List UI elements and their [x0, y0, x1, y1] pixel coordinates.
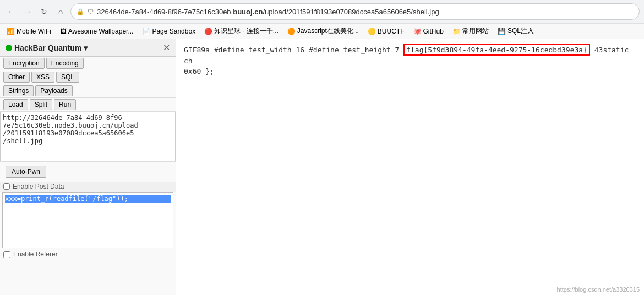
bookmark-github[interactable]: 🐙 GitHub: [411, 26, 446, 36]
auto-pwn-section: Auto-Pwn: [0, 161, 176, 182]
enable-post-label: Enable Post Data: [13, 183, 64, 190]
bookmarks-bar: 📶 Mobile WiFi 🖼 Awesome Wallpaper... 📄 P…: [0, 23, 644, 39]
bookmark-label: Javascript在线美化...: [297, 26, 359, 36]
forward-button[interactable]: →: [21, 5, 34, 18]
action-buttons-row: Load Split Run: [0, 98, 176, 112]
bookmark-label: BUUCTF: [378, 28, 405, 35]
url-input[interactable]: http://326464de-7a84-4d69-8f96-7e75c16c3…: [0, 112, 176, 161]
content-second-line: 0x60 };: [184, 67, 214, 75]
bookmark-zhishi[interactable]: 🔴 知识星球 - 连接一千...: [202, 25, 281, 37]
enable-referer-row: Enable Referer: [0, 248, 176, 260]
content-text: GIF89a #define test_width 16 #define tes…: [184, 45, 636, 77]
encoding-button[interactable]: Encoding: [46, 58, 84, 69]
folder-icon: 📁: [452, 28, 461, 35]
content-before: GIF89a #define test_width 16 #define tes…: [184, 46, 403, 54]
load-button[interactable]: Load: [3, 99, 28, 110]
bookmark-wallpaper[interactable]: 🖼 Awesome Wallpaper...: [58, 26, 136, 36]
lock-icon: 🔒: [77, 8, 84, 15]
bookmark-page-sandbox[interactable]: 📄 Page Sandbox: [140, 26, 198, 36]
sql-icon: 💾: [498, 28, 506, 35]
refresh-button[interactable]: ↻: [37, 5, 51, 18]
toolbar-row-2: Other XSS SQL: [0, 70, 176, 84]
xss-button[interactable]: XSS: [31, 72, 54, 83]
bookmark-label: 知识星球 - 连接一千...: [214, 26, 279, 36]
bookmark-js-beauty[interactable]: 🟠 Javascript在线美化...: [285, 25, 361, 37]
green-dot-icon: [6, 45, 12, 51]
sql-button[interactable]: SQL: [56, 72, 79, 83]
footer-link: https://blog.csdn.net/a3320315: [557, 286, 640, 293]
address-bar[interactable]: 🔒 🛡 326464de-7a84-4d69-8f96-7e75c16c30eb…: [70, 3, 640, 20]
bookmark-sql[interactable]: 💾 SQL注入: [495, 25, 536, 37]
post-body-area[interactable]: xxx=print_r(readfile("/flag"));: [2, 192, 173, 248]
hackbar-header: HackBar Quantum ▾ ✕: [0, 39, 176, 57]
payloads-button[interactable]: Payloads: [35, 85, 72, 96]
encryption-button[interactable]: Encryption: [3, 58, 45, 69]
browser-chrome: ← → ↻ ⌂ 🔒 🛡 326464de-7a84-4d69-8f96-7e75…: [0, 0, 644, 39]
strings-button[interactable]: Strings: [3, 85, 34, 96]
other-button[interactable]: Other: [3, 72, 30, 83]
bookmark-common-sites[interactable]: 📁 常用网站: [450, 25, 491, 37]
hackbar-title-text: HackBar Quantum: [14, 43, 81, 52]
bookmark-mobile-wifi[interactable]: 📶 Mobile WiFi: [4, 26, 53, 36]
enable-referer-label: Enable Referer: [13, 250, 58, 258]
auto-pwn-button[interactable]: Auto-Pwn: [6, 166, 46, 178]
home-button[interactable]: ⌂: [54, 5, 67, 18]
shield-icon: 🛡: [88, 8, 94, 15]
enable-referer-checkbox[interactable]: [3, 251, 10, 258]
back-button[interactable]: ←: [4, 5, 18, 18]
wallpaper-icon: 🖼: [60, 28, 67, 35]
address-domain: buuoj.cn: [233, 8, 263, 16]
address-prefix: 326464de-7a84-4d69-8f96-7e75c16c30eb.: [97, 8, 233, 16]
page-sandbox-icon: 📄: [142, 28, 150, 35]
run-button[interactable]: Run: [54, 99, 76, 110]
bookmark-buuctf[interactable]: 🟡 BUUCTF: [365, 26, 407, 36]
enable-post-checkbox[interactable]: [3, 183, 10, 190]
content-area: GIF89a #define test_width 16 #define tes…: [176, 39, 644, 295]
hackbar-close-button[interactable]: ✕: [163, 42, 170, 53]
address-text: 326464de-7a84-4d69-8f96-7e75c16c30eb.buu…: [97, 8, 634, 16]
bookmark-label: SQL注入: [507, 26, 534, 36]
enable-post-row: Enable Post Data: [0, 182, 176, 192]
zhishi-icon: 🔴: [204, 28, 212, 35]
toolbar-row-3: Strings Payloads: [0, 84, 176, 98]
js-beauty-icon: 🟠: [287, 28, 296, 35]
bookmark-label: 常用网站: [462, 26, 489, 36]
hackbar-title[interactable]: HackBar Quantum ▾: [6, 43, 88, 52]
bookmark-label: Page Sandbox: [152, 28, 195, 35]
mobile-wifi-icon: 📶: [7, 28, 15, 35]
bookmark-label: Mobile WiFi: [17, 28, 51, 35]
bookmark-label: GitHub: [423, 28, 444, 35]
split-button[interactable]: Split: [30, 99, 52, 110]
main-layout: HackBar Quantum ▾ ✕ Encryption Encoding …: [0, 39, 644, 295]
address-suffix: /upload/201f591f8193e07089dccea5a65606e5…: [263, 8, 439, 16]
post-body-selected-line: xxx=print_r(readfile("/flag"));: [5, 195, 171, 203]
flag-highlight: flag{5f9d3894-49fa-4eed-9275-16cedbd39e3…: [403, 44, 590, 56]
toolbar-row-1: Encryption Encoding: [0, 57, 176, 70]
dropdown-arrow-icon: ▾: [84, 43, 88, 52]
github-icon: 🐙: [413, 28, 422, 35]
bookmark-label: Awesome Wallpaper...: [68, 28, 134, 35]
browser-nav: ← → ↻ ⌂ 🔒 🛡 326464de-7a84-4d69-8f96-7e75…: [0, 0, 644, 23]
hackbar-sidebar: HackBar Quantum ▾ ✕ Encryption Encoding …: [0, 39, 176, 295]
buuctf-icon: 🟡: [368, 28, 376, 35]
